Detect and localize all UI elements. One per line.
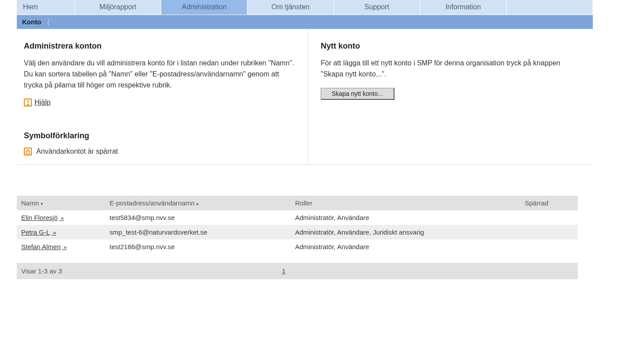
tab-hem[interactable]: Hem bbox=[17, 0, 75, 15]
cell-email: test5834@smp.nvv.se bbox=[105, 210, 291, 225]
user-link[interactable]: Stefan Almen » bbox=[21, 243, 67, 250]
intro-paragraph: Välj den användare du vill administrera … bbox=[24, 58, 299, 91]
chevron-right-icon: » bbox=[59, 215, 64, 221]
lock-icon bbox=[24, 148, 32, 155]
cell-locked bbox=[520, 225, 578, 239]
accounts-table: Namn▾ E-postadress/användarnamn▸ Roller … bbox=[17, 196, 578, 254]
nytt-konto-paragraph: För att lägga till ett nytt konto i SMP … bbox=[321, 58, 584, 80]
col-header-email[interactable]: E-postadress/användarnamn▸ bbox=[105, 196, 291, 210]
cell-roles: Administratör, Användare bbox=[291, 239, 520, 254]
sort-down-icon: ▾ bbox=[41, 201, 43, 206]
subnav-divider: | bbox=[47, 18, 49, 26]
tab-blank bbox=[507, 0, 593, 15]
create-account-button[interactable]: Skapa nytt konto... bbox=[321, 88, 394, 100]
table-row: Elin Floresjö » test5834@smp.nvv.se Admi… bbox=[17, 210, 578, 225]
cell-locked bbox=[520, 239, 578, 254]
table-row: Petra G-L » smp_test-6@naturvardsverket.… bbox=[17, 225, 578, 239]
heading-administrera-konton: Administrera konton bbox=[24, 42, 299, 51]
tab-support[interactable]: Support bbox=[334, 0, 420, 15]
user-link[interactable]: Elin Floresjö » bbox=[21, 214, 64, 221]
pager-page-1[interactable]: 1 bbox=[282, 267, 285, 275]
user-link[interactable]: Petra G-L » bbox=[21, 228, 56, 236]
main-tab-nav: Hem Miljörapport Administration Om tjäns… bbox=[17, 0, 593, 15]
col-header-locked: Spärrad bbox=[520, 196, 578, 210]
heading-nytt-konto: Nytt konto bbox=[321, 42, 584, 51]
cell-roles: Administratör, Användare bbox=[291, 210, 520, 225]
cell-locked bbox=[520, 210, 578, 225]
pager-count: Visar 1-3 av 3 bbox=[21, 267, 282, 275]
help-link-label: Hjälp bbox=[34, 99, 50, 106]
table-row: Stefan Almen » test2186@smp.nvv.se Admin… bbox=[17, 239, 578, 254]
heading-symbolforklaring: Symbolförklaring bbox=[24, 131, 299, 140]
legend-text: Användarkontot är spärrat bbox=[36, 148, 118, 155]
svg-rect-0 bbox=[26, 151, 30, 154]
tab-om-tjansten[interactable]: Om tjänsten bbox=[247, 0, 334, 15]
tab-miljorapport[interactable]: Miljörapport bbox=[75, 0, 161, 15]
sub-nav: Konto | bbox=[17, 15, 593, 29]
subnav-item-konto[interactable]: Konto bbox=[22, 18, 41, 26]
help-link[interactable]: ? Hjälp bbox=[24, 99, 50, 106]
cell-roles: Administratör, Användare, Juridiskt ansv… bbox=[291, 225, 520, 239]
sort-right-icon: ▸ bbox=[197, 201, 199, 206]
tab-administration[interactable]: Administration bbox=[161, 0, 247, 15]
cell-email: smp_test-6@naturvardsverket.se bbox=[105, 225, 291, 239]
tab-information[interactable]: Information bbox=[420, 0, 506, 15]
col-header-name[interactable]: Namn▾ bbox=[17, 196, 105, 210]
help-icon: ? bbox=[24, 99, 32, 106]
col-header-roles: Roller bbox=[291, 196, 520, 210]
cell-email: test2186@smp.nvv.se bbox=[105, 239, 291, 254]
chevron-right-icon: » bbox=[51, 229, 56, 236]
chevron-right-icon: » bbox=[62, 244, 67, 250]
pager: Visar 1-3 av 3 1 bbox=[17, 263, 578, 279]
